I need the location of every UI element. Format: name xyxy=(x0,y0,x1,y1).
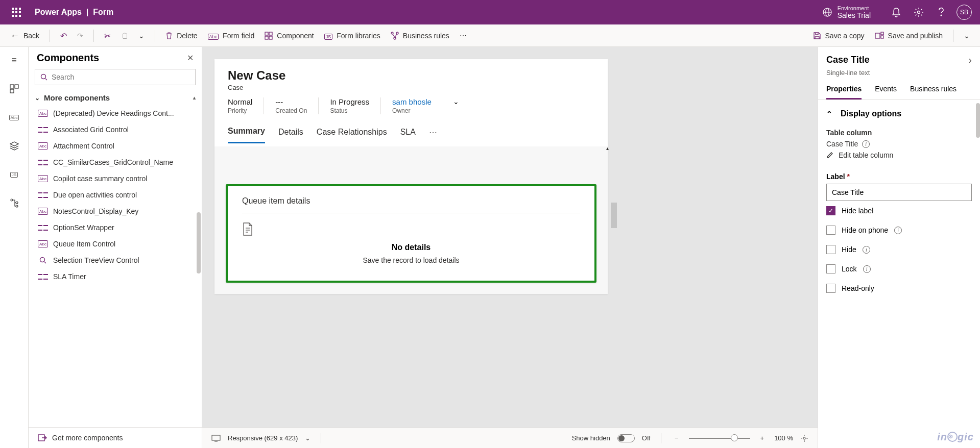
watermark: in⦿gic xyxy=(937,431,974,443)
tab-case-relationships[interactable]: Case Relationships xyxy=(317,122,387,143)
tab-summary[interactable]: Summary xyxy=(228,121,265,143)
caret-up-icon[interactable]: ▴ xyxy=(193,95,196,101)
close-icon[interactable]: ✕ xyxy=(187,53,194,63)
back-button[interactable]: ← Back xyxy=(5,28,44,44)
info-icon[interactable]: i xyxy=(863,265,871,273)
app-launcher-icon[interactable] xyxy=(4,0,29,24)
undo-button[interactable]: ↶ xyxy=(55,28,72,44)
redo-icon: ↷ xyxy=(77,32,83,40)
hide-on-phone-checkbox[interactable]: Hide on phone i xyxy=(826,220,972,240)
no-details-text: No details xyxy=(242,243,580,252)
properties-panel: Case Title › Single-line text Properties… xyxy=(818,47,980,448)
rail-tree-icon[interactable] xyxy=(6,195,22,211)
chevron-down-icon[interactable]: ⌄ xyxy=(305,434,310,442)
delete-button[interactable]: Delete xyxy=(160,29,202,43)
more-commands-button[interactable]: ⋯ xyxy=(455,29,472,43)
redo-button[interactable]: ↷ xyxy=(72,29,88,43)
save-publish-button[interactable]: Save and publish xyxy=(870,29,948,43)
chevron-right-icon[interactable]: › xyxy=(968,54,972,66)
label-input[interactable] xyxy=(826,184,972,201)
list-item[interactable]: Due open activities control xyxy=(29,187,202,203)
more-components-section[interactable]: ⌄ More components ▴ xyxy=(29,90,202,105)
list-item[interactable]: AbcCopilot case summary control xyxy=(29,170,202,187)
search-input[interactable] xyxy=(35,69,196,85)
list-item[interactable]: AbcAttachment Control xyxy=(29,138,202,154)
tab-events[interactable]: Events xyxy=(875,82,897,99)
show-hidden-toggle[interactable] xyxy=(617,434,635,442)
form-field-button[interactable]: Abc Form field xyxy=(203,28,260,43)
chevron-down-icon: ⌄ xyxy=(35,94,40,102)
paste-button[interactable]: 📋︎ xyxy=(116,29,133,43)
display-options-section[interactable]: ⌃ Display options xyxy=(826,104,972,123)
list-item[interactable]: Selection TreeView Control xyxy=(29,252,202,268)
info-icon[interactable]: i xyxy=(862,140,870,148)
scrollbar[interactable] xyxy=(197,212,201,273)
rail-components-icon[interactable] xyxy=(6,81,22,97)
rail-js-icon[interactable]: JS xyxy=(6,166,22,183)
rail-layers-icon[interactable] xyxy=(6,138,22,154)
app-title: Power Apps | Form xyxy=(35,8,113,17)
lock-checkbox[interactable]: Lock i xyxy=(826,259,972,279)
more-tabs-icon[interactable]: ⋯ xyxy=(429,128,438,137)
list-item[interactable]: CC_SimilarCases_GridControl_Name xyxy=(29,154,202,170)
svg-rect-5 xyxy=(265,32,268,35)
tab-properties[interactable]: Properties xyxy=(826,82,862,99)
hamburger-icon[interactable]: ≡ xyxy=(6,52,22,68)
list-item[interactable]: OptionSet Wrapper xyxy=(29,219,202,236)
arrow-left-icon: ← xyxy=(10,31,19,41)
component-button[interactable]: Component xyxy=(259,29,319,43)
tab-sla[interactable]: SLA xyxy=(400,122,416,143)
viewport-label[interactable]: Responsive (629 x 423) xyxy=(228,434,298,442)
chevron-down-icon[interactable]: ⌄ xyxy=(453,97,459,106)
table-column-value: Case Title xyxy=(826,140,858,148)
help-icon[interactable] xyxy=(930,0,952,24)
environment-picker[interactable]: Environment Sales Trial xyxy=(822,5,871,20)
globe-icon xyxy=(822,7,832,17)
checkbox-icon xyxy=(826,245,835,254)
scroll-up-icon[interactable]: ▴ xyxy=(606,145,609,151)
edit-table-column-link[interactable]: Edit table column xyxy=(826,148,972,159)
form-tabs: Summary Details Case Relationships SLA ⋯ xyxy=(214,121,608,143)
save-copy-button[interactable]: Save a copy xyxy=(808,29,870,43)
business-rules-button[interactable]: Business rules xyxy=(386,29,455,43)
header-field-created-on[interactable]: ---Created On xyxy=(264,97,318,114)
header-field-status[interactable]: In ProgressStatus xyxy=(318,97,380,114)
scrollbar[interactable] xyxy=(976,103,980,138)
fit-icon[interactable] xyxy=(800,434,808,442)
get-more-components-button[interactable]: Get more components xyxy=(29,427,202,448)
list-item[interactable]: Abc(Deprecated) Device Readings Cont... xyxy=(29,105,202,121)
user-avatar[interactable]: SB xyxy=(957,5,972,20)
list-item[interactable]: Associated Grid Control xyxy=(29,121,202,138)
tab-details[interactable]: Details xyxy=(278,122,303,143)
pencil-icon xyxy=(826,152,833,159)
paste-chevron[interactable]: ⌄ xyxy=(133,29,150,43)
js-icon: JS xyxy=(324,31,333,40)
header-field-priority[interactable]: NormalPriority xyxy=(228,97,264,114)
read-only-checkbox[interactable]: Read-only xyxy=(826,279,972,298)
scrollbar[interactable] xyxy=(611,203,617,228)
queue-item-details-card[interactable]: Queue item details No details Save the r… xyxy=(226,184,596,283)
zoom-out-button[interactable]: − xyxy=(672,434,682,442)
list-item[interactable]: SLA Timer xyxy=(29,268,202,285)
save-publish-chevron[interactable]: ⌄ xyxy=(959,29,975,43)
tab-business-rules[interactable]: Business rules xyxy=(910,82,957,99)
svg-rect-8 xyxy=(269,36,272,39)
notifications-icon[interactable] xyxy=(885,0,907,24)
rail-abc-icon[interactable]: Abc xyxy=(6,109,22,126)
zoom-in-button[interactable]: + xyxy=(757,434,768,442)
settings-icon[interactable] xyxy=(907,0,930,24)
hide-label-checkbox[interactable]: ✓ Hide label xyxy=(826,201,972,220)
cut-button[interactable]: ✂ xyxy=(99,28,116,44)
search-icon xyxy=(40,73,47,81)
info-icon[interactable]: i xyxy=(894,227,902,234)
header-field-owner[interactable]: sam bhosleOwner ⌄ xyxy=(380,97,470,114)
list-item[interactable]: AbcQueue Item Control xyxy=(29,236,202,252)
svg-rect-7 xyxy=(265,36,268,39)
list-item[interactable]: AbcNotesControl_Display_Key xyxy=(29,203,202,219)
hide-checkbox[interactable]: Hide i xyxy=(826,240,972,259)
zoom-slider[interactable] xyxy=(689,438,750,439)
svg-point-3 xyxy=(918,11,920,14)
svg-point-23 xyxy=(40,258,45,262)
form-libraries-button[interactable]: JS Form libraries xyxy=(319,28,386,43)
info-icon[interactable]: i xyxy=(863,246,870,254)
